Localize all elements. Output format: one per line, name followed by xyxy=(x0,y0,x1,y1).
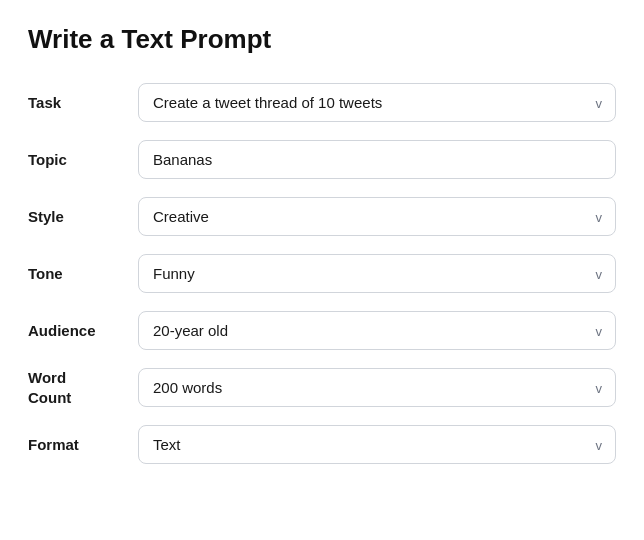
select-wrapper-task: Create a tweet thread of 10 tweetsWrite … xyxy=(138,83,616,122)
page-title: Write a Text Prompt xyxy=(28,24,616,55)
control-wrapper-style: CreativeFormalCasualAcademic xyxy=(138,197,616,236)
select-wrapper-word-count: 200 words100 words300 words500 words xyxy=(138,368,616,407)
form-row-tone: ToneFunnySeriousInspirationalNeutral xyxy=(28,254,616,293)
select-wrapper-tone: FunnySeriousInspirationalNeutral xyxy=(138,254,616,293)
control-wrapper-tone: FunnySeriousInspirationalNeutral xyxy=(138,254,616,293)
form-row-style: StyleCreativeFormalCasualAcademic xyxy=(28,197,616,236)
select-task[interactable]: Create a tweet thread of 10 tweetsWrite … xyxy=(138,83,616,122)
label-audience: Audience xyxy=(28,321,138,341)
select-format[interactable]: TextMarkdownHTMLPlain xyxy=(138,425,616,464)
select-style[interactable]: CreativeFormalCasualAcademic xyxy=(138,197,616,236)
select-audience[interactable]: 20-year oldChildrenProfessionalsGeneral xyxy=(138,311,616,350)
label-topic: Topic xyxy=(28,150,138,170)
form-row-topic: Topic xyxy=(28,140,616,179)
control-wrapper-word-count: 200 words100 words300 words500 words xyxy=(138,368,616,407)
input-topic[interactable] xyxy=(138,140,616,179)
select-wrapper-format: TextMarkdownHTMLPlain xyxy=(138,425,616,464)
label-word-count: WordCount xyxy=(28,368,138,407)
control-wrapper-task: Create a tweet thread of 10 tweetsWrite … xyxy=(138,83,616,122)
form: TaskCreate a tweet thread of 10 tweetsWr… xyxy=(28,83,616,464)
select-tone[interactable]: FunnySeriousInspirationalNeutral xyxy=(138,254,616,293)
form-row-format: FormatTextMarkdownHTMLPlain xyxy=(28,425,616,464)
label-style: Style xyxy=(28,207,138,227)
control-wrapper-format: TextMarkdownHTMLPlain xyxy=(138,425,616,464)
select-wrapper-style: CreativeFormalCasualAcademic xyxy=(138,197,616,236)
select-word-count[interactable]: 200 words100 words300 words500 words xyxy=(138,368,616,407)
control-wrapper-audience: 20-year oldChildrenProfessionalsGeneral xyxy=(138,311,616,350)
label-tone: Tone xyxy=(28,264,138,284)
form-row-word-count: WordCount200 words100 words300 words500 … xyxy=(28,368,616,407)
form-row-task: TaskCreate a tweet thread of 10 tweetsWr… xyxy=(28,83,616,122)
label-task: Task xyxy=(28,93,138,113)
form-row-audience: Audience20-year oldChildrenProfessionals… xyxy=(28,311,616,350)
select-wrapper-audience: 20-year oldChildrenProfessionalsGeneral xyxy=(138,311,616,350)
control-wrapper-topic xyxy=(138,140,616,179)
label-format: Format xyxy=(28,435,138,455)
